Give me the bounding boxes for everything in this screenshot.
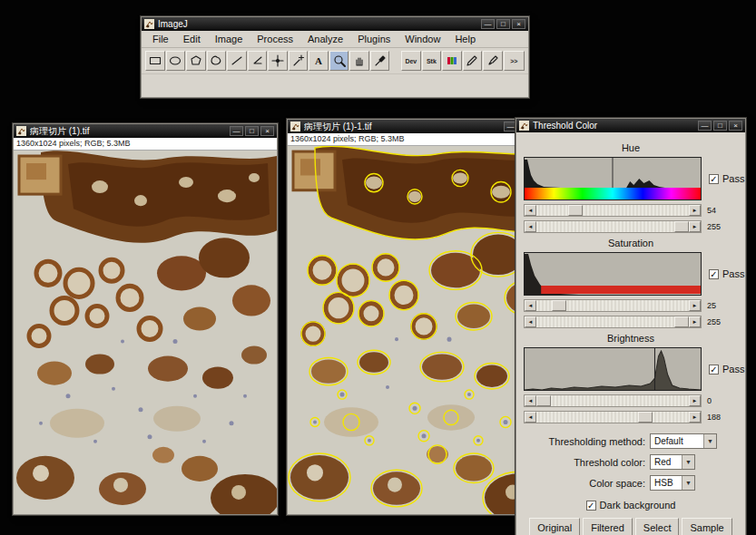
hue-min-value: 54 [707, 206, 716, 215]
tool-stk-menu[interactable]: Stk [422, 51, 442, 71]
menu-plugins[interactable]: Plugins [350, 32, 398, 47]
hue-pass-checkbox[interactable]: ✓ Pass [709, 173, 744, 184]
minimize-icon[interactable]: — [230, 126, 243, 136]
menu-file[interactable]: File [145, 32, 176, 47]
imagej-main-window: ImageJ — □ × File Edit Image Process Ana… [141, 16, 529, 98]
brightness-max-thumb[interactable] [638, 412, 653, 423]
saturation-max-track[interactable] [536, 316, 689, 327]
hue-max-track[interactable] [536, 221, 689, 232]
saturation-pass-label: Pass [722, 268, 744, 279]
wand-icon [290, 54, 305, 68]
scroll-right-icon[interactable]: ► [689, 300, 701, 311]
thresholding-method-select[interactable]: Default ▼ [650, 433, 717, 449]
hue-min-slider: ◄ ► 54 [524, 204, 738, 217]
scroll-right-icon[interactable]: ► [689, 316, 701, 327]
image-window-titlebar[interactable]: 病理切片 (1)-1.tif — □ × [288, 120, 551, 133]
imagej-icon [290, 122, 300, 131]
scroll-left-icon[interactable]: ◄ [525, 316, 536, 327]
tool-brush[interactable] [483, 51, 503, 71]
scroll-left-icon[interactable]: ◄ [525, 300, 536, 311]
dark-background-checkbox[interactable]: ✓ Dark background [586, 500, 676, 511]
image-canvas-thresholded[interactable] [288, 146, 551, 514]
select-button[interactable]: Select [635, 518, 680, 535]
brush-icon [486, 54, 500, 68]
menu-analyze[interactable]: Analyze [300, 32, 350, 47]
saturation-pass-checkbox[interactable]: ✓ Pass [709, 268, 744, 279]
tool-freehand[interactable] [207, 51, 227, 71]
close-icon[interactable]: × [260, 126, 274, 136]
threshold-color-value: Red [651, 457, 682, 467]
image-canvas-original[interactable] [14, 151, 277, 514]
minimize-icon[interactable]: — [698, 121, 712, 131]
image-window-titlebar[interactable]: 病理切片 (1).tif — □ × [14, 124, 277, 138]
checkbox-icon: ✓ [586, 501, 596, 511]
tool-oval[interactable] [166, 51, 186, 71]
original-button[interactable]: Original [529, 518, 580, 535]
oval-icon [168, 54, 182, 68]
dev-tool-label: Dev [405, 58, 417, 64]
filtered-button[interactable]: Filtered [583, 518, 633, 535]
saturation-min-track[interactable] [536, 300, 689, 311]
menu-edit[interactable]: Edit [176, 32, 208, 47]
hue-min-track[interactable] [536, 205, 689, 216]
tool-polygon[interactable] [186, 51, 206, 71]
menu-window[interactable]: Window [398, 32, 447, 47]
hue-min-thumb[interactable] [568, 205, 583, 216]
tool-magnifier[interactable] [329, 51, 349, 71]
minimize-icon[interactable]: — [481, 19, 495, 29]
maximize-icon[interactable]: □ [245, 126, 259, 136]
hue-pass-label: Pass [722, 173, 744, 184]
color-space-select[interactable]: HSB ▼ [650, 475, 695, 491]
maximize-icon[interactable]: □ [713, 121, 727, 131]
maximize-icon[interactable]: □ [496, 19, 510, 29]
scroll-right-icon[interactable]: ► [689, 395, 701, 406]
angle-icon [250, 54, 264, 68]
imagej-titlebar[interactable]: ImageJ — □ × [142, 17, 528, 31]
image-info: 1360x1024 pixels; RGB; 5.3MB [288, 133, 551, 146]
scroll-left-icon[interactable]: ◄ [525, 205, 536, 216]
tool-line[interactable] [227, 51, 247, 71]
threshold-color-select[interactable]: Red ▼ [650, 454, 695, 470]
image-window-original: 病理切片 (1).tif — □ × 1360x1024 pixels; RGB… [13, 123, 278, 515]
menu-help[interactable]: Help [447, 32, 483, 47]
scroll-left-icon[interactable]: ◄ [525, 221, 536, 232]
brightness-min-thumb[interactable] [536, 395, 551, 406]
brightness-min-track[interactable] [536, 395, 689, 406]
tool-lut-menu[interactable] [442, 51, 462, 71]
desktop: ImageJ — □ × File Edit Image Process Ana… [0, 0, 756, 535]
tool-text[interactable]: A [309, 51, 329, 71]
hand-icon [352, 54, 367, 68]
tool-point[interactable] [268, 51, 288, 71]
menu-process[interactable]: Process [250, 32, 300, 47]
scroll-right-icon[interactable]: ► [689, 205, 701, 216]
tool-bar: A Dev Stk [142, 48, 528, 74]
scroll-right-icon[interactable]: ► [689, 412, 701, 423]
sample-button[interactable]: Sample [682, 518, 731, 535]
brightness-max-track[interactable] [536, 412, 689, 423]
window-title: Threshold Color [533, 119, 694, 132]
tool-pencil[interactable] [463, 51, 483, 71]
scroll-left-icon[interactable]: ◄ [525, 395, 536, 406]
brightness-pass-checkbox[interactable]: ✓ Pass [709, 364, 744, 374]
tool-rectangle[interactable] [145, 51, 165, 71]
close-icon[interactable]: × [729, 121, 742, 131]
tool-color-picker[interactable] [370, 51, 390, 71]
toolbar-spacer [390, 61, 400, 62]
scroll-left-icon[interactable]: ◄ [525, 412, 536, 423]
hue-max-thumb[interactable] [674, 221, 689, 232]
threshold-titlebar[interactable]: Threshold Color — □ × [516, 119, 745, 132]
hue-section-label: Hue [524, 142, 738, 153]
scroll-right-icon[interactable]: ► [689, 221, 701, 232]
close-icon[interactable]: × [512, 19, 525, 29]
tool-wand[interactable] [289, 51, 309, 71]
more-tools-button[interactable]: >> [504, 51, 525, 71]
magnifier-icon [332, 54, 347, 68]
saturation-max-slider: ◄ ► 255 [524, 316, 738, 328]
tool-dev-menu[interactable]: Dev [401, 51, 421, 71]
saturation-max-thumb[interactable] [674, 316, 689, 327]
saturation-min-thumb[interactable] [552, 300, 566, 311]
menu-image[interactable]: Image [208, 32, 250, 47]
tool-angle[interactable] [248, 51, 268, 71]
imagej-icon [144, 19, 154, 29]
tool-hand[interactable] [349, 51, 369, 71]
